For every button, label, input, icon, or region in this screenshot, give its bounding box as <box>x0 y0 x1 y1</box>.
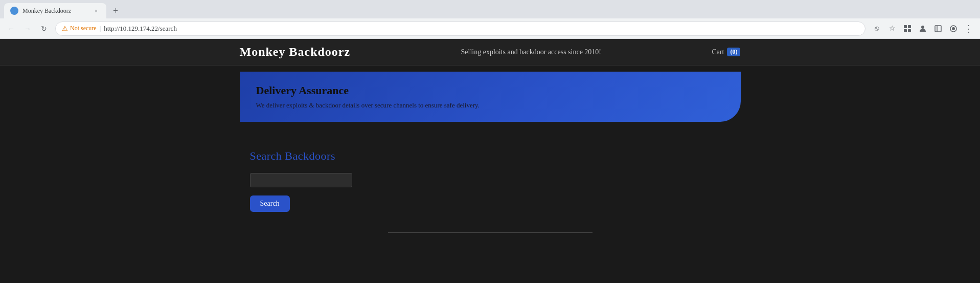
banner-description: We deliver exploits & backdoor details o… <box>256 101 724 110</box>
search-button[interactable]: Search <box>250 195 290 212</box>
search-section-title: Search Backdoors <box>250 149 335 163</box>
tab-bar: Monkey Backdoorz × + <box>0 0 980 18</box>
svg-point-8 <box>952 27 955 30</box>
tab-title: Monkey Backdoorz <box>22 7 88 15</box>
url-separator: | <box>100 25 101 33</box>
search-input[interactable] <box>250 173 352 187</box>
svg-rect-2 <box>904 29 907 32</box>
bookmark-button[interactable]: ☆ <box>885 21 899 36</box>
banner-title: Delivery Assurance <box>256 84 724 97</box>
svg-rect-3 <box>908 29 911 32</box>
forward-button[interactable]: → <box>20 21 35 36</box>
delivery-assurance-banner: Delivery Assurance We deliver exploits &… <box>240 72 741 122</box>
svg-rect-5 <box>935 26 941 32</box>
url-display: http://10.129.174.22/search <box>104 25 177 33</box>
page-content: Monkey Backdoorz Selling exploits and ba… <box>0 39 980 283</box>
site-header: Monkey Backdoorz Selling exploits and ba… <box>0 39 980 66</box>
search-wrapper: Search Backdoors Search <box>0 128 980 283</box>
cart-count: (0) <box>727 48 740 56</box>
cart-label: Cart <box>712 48 724 56</box>
security-warning: ⚠ Not secure <box>62 25 97 33</box>
address-bar[interactable]: ⚠ Not secure | http://10.129.174.22/sear… <box>55 21 865 36</box>
toolbar-actions: ⎋ ☆ ⋮ <box>870 21 976 36</box>
back-button[interactable]: ← <box>4 21 18 36</box>
share-button[interactable]: ⎋ <box>870 21 884 36</box>
cart-area[interactable]: Cart (0) <box>712 48 740 56</box>
svg-rect-0 <box>904 25 907 28</box>
profile-button[interactable] <box>916 21 930 36</box>
search-section: Search Backdoors Search <box>240 134 741 227</box>
tab-favicon <box>10 7 18 15</box>
tab-close-button[interactable]: × <box>92 7 100 15</box>
browser-toolbar: ← → ↻ ⚠ Not secure | http://10.129.174.2… <box>0 18 980 39</box>
browser-tab[interactable]: Monkey Backdoorz × <box>4 3 106 18</box>
account-button[interactable] <box>946 21 961 36</box>
sidebar-button[interactable] <box>931 21 945 36</box>
extensions-button[interactable] <box>900 21 915 36</box>
site-header-inner: Monkey Backdoorz Selling exploits and ba… <box>240 45 741 59</box>
svg-point-4 <box>921 26 924 29</box>
menu-button[interactable]: ⋮ <box>962 21 976 36</box>
warning-icon: ⚠ <box>62 25 68 33</box>
footer-divider <box>388 232 592 233</box>
banner-wrapper: Delivery Assurance We deliver exploits &… <box>0 66 980 128</box>
site-logo: Monkey Backdoorz <box>240 45 351 59</box>
new-tab-button[interactable]: + <box>108 4 123 18</box>
site-tagline: Selling exploits and backdoor access sin… <box>461 48 601 56</box>
svg-rect-1 <box>908 25 911 28</box>
reload-button[interactable]: ↻ <box>37 21 51 36</box>
security-warning-text: Not secure <box>70 25 97 32</box>
